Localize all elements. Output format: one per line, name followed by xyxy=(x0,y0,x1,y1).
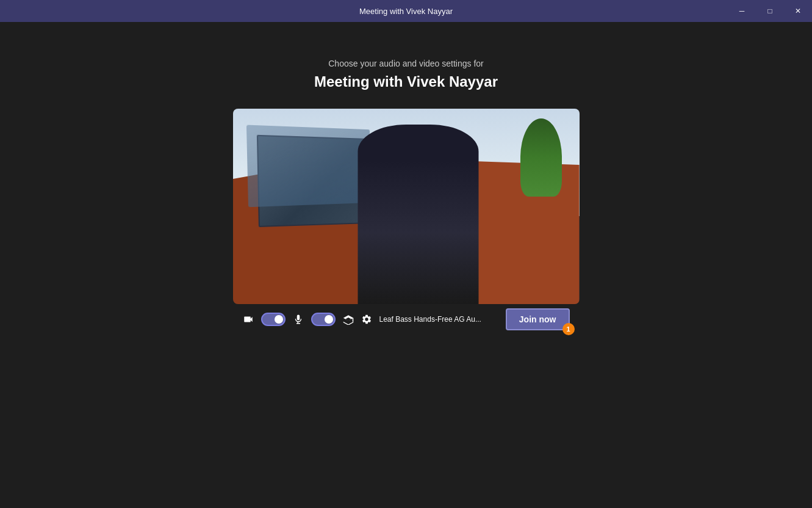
effects-icon[interactable] xyxy=(343,314,354,325)
controls-bar: Leaf Bass Hands-Free AG Au... Join now 1 xyxy=(233,304,580,335)
title-bar-title: Meeting with Vivek Nayyar xyxy=(359,7,453,16)
join-now-button[interactable]: Join now xyxy=(506,308,570,330)
maximize-button[interactable]: □ xyxy=(756,0,784,22)
minimize-button[interactable]: ─ xyxy=(728,0,756,22)
video-preview-container xyxy=(233,109,580,304)
tree-bg xyxy=(520,118,562,197)
notification-badge: 1 xyxy=(562,323,575,335)
controls-wrapper: Leaf Bass Hands-Free AG Au... Join now 1 xyxy=(233,109,580,335)
person-body xyxy=(357,125,479,304)
title-bar: Meeting with Vivek Nayyar ─ □ ✕ xyxy=(0,0,812,22)
settings-icon[interactable] xyxy=(361,314,372,325)
join-button-wrapper: Join now 1 xyxy=(506,308,570,330)
video-toggle[interactable] xyxy=(261,313,286,326)
audio-device-label: Leaf Bass Hands-Free AG Au... xyxy=(379,315,498,324)
main-content: Choose your audio and video settings for… xyxy=(0,22,812,335)
audio-toggle[interactable] xyxy=(311,313,336,326)
video-background xyxy=(233,109,580,304)
meeting-title: Meeting with Vivek Nayyar xyxy=(314,73,498,90)
window-controls: ─ □ ✕ xyxy=(728,0,812,22)
camera-icon[interactable] xyxy=(243,314,254,325)
glass-reflection xyxy=(246,125,370,208)
person-figure xyxy=(357,125,479,304)
settings-subtitle: Choose your audio and video settings for xyxy=(328,59,484,68)
microphone-icon[interactable] xyxy=(293,314,304,325)
close-button[interactable]: ✕ xyxy=(784,0,812,22)
